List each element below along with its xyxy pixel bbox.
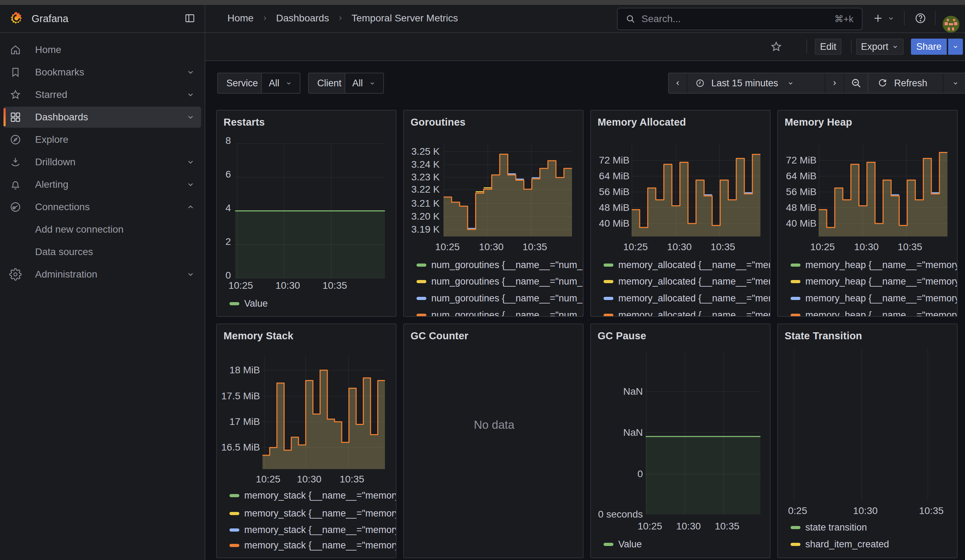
chevron-down-icon[interactable]: [185, 157, 196, 167]
legend-series-color: [791, 280, 800, 283]
time-range-picker[interactable]: Last 15 minutes: [687, 73, 824, 93]
legend-item[interactable]: memory_heap {__name__="memory_h: [791, 310, 958, 317]
legend-item[interactable]: num_goroutines {__name__="num_go: [417, 276, 584, 287]
share-chevron-button[interactable]: [948, 39, 963, 55]
add-chevron-down-icon[interactable]: [886, 5, 896, 31]
connections-icon: [9, 201, 22, 213]
legend-item[interactable]: memory_allocated {__name__="memo: [604, 276, 770, 287]
x-axis-label: 10:30: [837, 505, 893, 516]
panel-title-gc-counter[interactable]: GC Counter: [411, 330, 468, 342]
chevron-down-icon[interactable]: [185, 112, 196, 122]
y-axis-label: 40 MiB: [778, 218, 816, 229]
chevron-up-icon[interactable]: [185, 202, 196, 212]
selected-highlight: [3, 107, 201, 128]
share-button[interactable]: Share: [911, 39, 947, 55]
add-button[interactable]: [871, 5, 885, 31]
legend-item[interactable]: memory_heap {__name__="memory_h: [791, 260, 958, 270]
breadcrumb-item[interactable]: Home: [227, 13, 254, 24]
header-left-section: Grafana: [0, 5, 205, 32]
sidebar-collapse-icon[interactable]: [184, 13, 196, 24]
y-axis-label: 3.24 K: [404, 159, 440, 170]
y-axis-label: 0 seconds: [591, 509, 643, 520]
y-axis-label: 3.22 K: [404, 184, 440, 195]
legend-item[interactable]: memory_allocated {__name__="memo: [604, 260, 770, 270]
legend-item[interactable]: memory_allocated {__name__="memo: [604, 293, 770, 304]
star-icon: [9, 88, 22, 101]
legend-item[interactable]: memory_stack {__name__="memory_s: [229, 540, 396, 550]
y-axis-label: 17 MiB: [217, 416, 260, 427]
sidebar-item-home[interactable]: Home: [0, 39, 204, 61]
variable-value-dropdown[interactable]: All: [345, 73, 383, 93]
legend-series-color: [604, 314, 613, 317]
y-axis-label: 72 MiB: [591, 155, 630, 166]
panel-gc-counter: GC CounterNo data: [403, 323, 584, 558]
edit-button[interactable]: Edit: [815, 39, 841, 55]
favorite-star-icon[interactable]: [770, 39, 783, 55]
legend-item[interactable]: memory_stack {__name__="memory_s: [229, 524, 396, 535]
legend-item[interactable]: Value: [604, 539, 642, 550]
legend-series-label: num_goroutines {__name__="num_go: [431, 260, 584, 271]
search-input[interactable]: Search... ⌘+k: [617, 8, 862, 30]
chevron-down-icon[interactable]: [185, 67, 196, 77]
legend-series-color: [229, 302, 239, 305]
sidebar-item-dashboards[interactable]: Dashboards: [0, 106, 204, 129]
legend-series-color: [229, 528, 239, 532]
header-divider-1: [904, 11, 904, 25]
variable-service: ServiceAll: [217, 73, 300, 94]
sidebar-item-bookmarks[interactable]: Bookmarks: [0, 61, 204, 83]
sidebar-item-explore[interactable]: Explore: [0, 129, 204, 151]
legend-series-color: [791, 543, 800, 546]
legend-item[interactable]: Value: [229, 298, 268, 309]
y-axis-label: 6: [217, 169, 231, 180]
bell-icon: [9, 178, 22, 191]
zoom-out-button[interactable]: [844, 73, 868, 93]
export-button[interactable]: Export: [856, 39, 904, 55]
variable-client: ClientAll: [308, 73, 384, 94]
sidebar-item-label: Dashboards: [35, 106, 88, 129]
legend-item[interactable]: num_goroutines {__name__="num_go: [417, 293, 584, 304]
refresh-button[interactable]: Refresh: [868, 73, 943, 93]
variable-value-dropdown[interactable]: All: [261, 73, 300, 93]
legend-item[interactable]: shard_item_created: [791, 539, 889, 550]
legend-item[interactable]: memory_stack {__name__="memory_s: [229, 490, 396, 501]
legend-item[interactable]: memory_heap {__name__="memory_h: [791, 293, 958, 304]
drilldown-icon: [9, 156, 22, 168]
refresh-interval-chevron[interactable]: [943, 73, 965, 93]
legend-item[interactable]: memory_heap {__name__="memory_h: [791, 276, 958, 287]
sidebar-item-starred[interactable]: Starred: [0, 83, 204, 106]
sidebar-item-add-new-connection[interactable]: Add new connection: [0, 218, 204, 241]
legend-item[interactable]: num_goroutines {__name__="num_go: [417, 310, 584, 317]
avatar[interactable]: [942, 16, 959, 33]
breadcrumb-item[interactable]: Dashboards: [276, 13, 329, 24]
chevron-down-icon[interactable]: [185, 180, 196, 189]
legend-series-label: memory_heap {__name__="memory_h: [805, 310, 958, 317]
legend-series-label: Value: [618, 539, 642, 550]
sidebar-item-alerting[interactable]: Alerting: [0, 173, 204, 196]
sidebar-item-label: Home: [35, 39, 61, 61]
panel-memory-stack: Memory Stack18 MiB17.5 MiB17 MiB16.5 MiB…: [216, 323, 396, 558]
legend-series-color: [229, 494, 239, 497]
x-axis-label: 10:35: [699, 521, 755, 532]
legend-item[interactable]: state transition: [791, 522, 867, 533]
sidebar-item-drilldown[interactable]: Drilldown: [0, 151, 204, 173]
time-back-button[interactable]: [669, 73, 687, 93]
sidebar-item-administration[interactable]: Administration: [0, 263, 204, 286]
time-forward-button[interactable]: [824, 73, 844, 93]
y-axis-label: 3.20 K: [404, 211, 440, 222]
sidebar-item-label: Starred: [35, 83, 67, 106]
sidebar-item-connections[interactable]: Connections: [0, 196, 204, 218]
chevron-down-icon[interactable]: [185, 90, 196, 100]
brand-title: Grafana: [31, 5, 69, 32]
legend-item[interactable]: memory_stack {__name__="memory_s: [229, 508, 396, 519]
variable-label: Service: [218, 73, 261, 93]
legend-item[interactable]: memory_allocated {__name__="memo: [604, 310, 770, 317]
toolbar-divider-1: [806, 39, 807, 53]
y-axis-label: 40 MiB: [591, 218, 630, 229]
chevron-down-icon[interactable]: [185, 269, 196, 279]
sidebar-item-data-sources[interactable]: Data sources: [0, 241, 204, 263]
legend-series-label: memory_stack {__name__="memory_s: [244, 490, 396, 501]
legend-item[interactable]: num_goroutines {__name__="num_go: [417, 260, 584, 270]
breadcrumb-item[interactable]: Temporal Server Metrics: [352, 13, 458, 24]
help-icon[interactable]: [913, 5, 929, 31]
gear-icon: [9, 268, 22, 281]
